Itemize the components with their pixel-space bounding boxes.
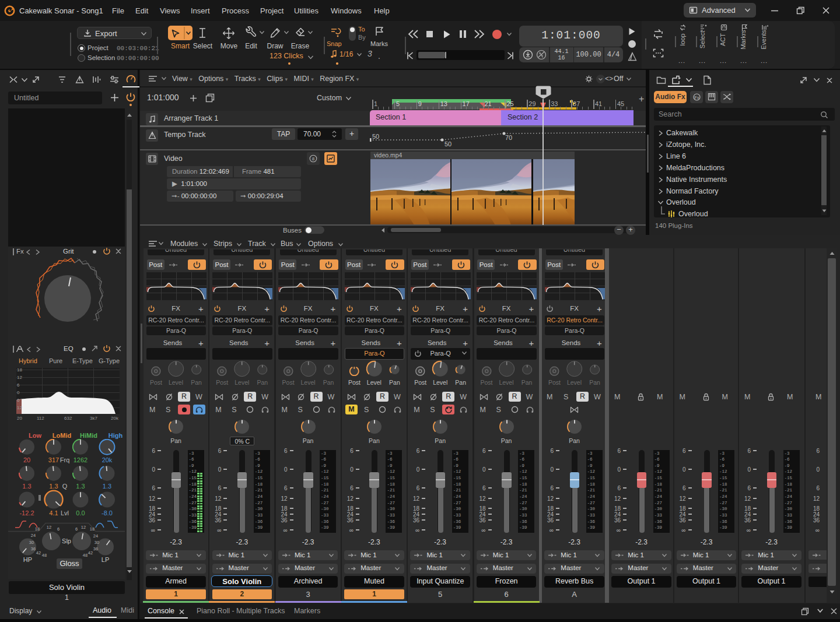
svg-text:18: 18 [35, 526, 40, 532]
svg-text:112: 112 [37, 416, 44, 421]
svg-text:24: 24 [93, 533, 98, 539]
svg-text:6: 6 [57, 526, 60, 532]
svg-text:6: 6 [17, 398, 20, 403]
svg-text:12: 12 [17, 405, 22, 410]
svg-text:48: 48 [42, 553, 47, 558]
svg-text:12: 12 [17, 375, 22, 380]
svg-text:42: 42 [88, 550, 93, 556]
svg-text:36: 36 [93, 546, 98, 551]
svg-text:Slp: Slp [62, 537, 71, 544]
svg-text:632: 632 [64, 416, 72, 421]
svg-text:8: 8 [312, 156, 315, 161]
svg-text:Fx: Fx [695, 96, 699, 100]
svg-text:20: 20 [17, 416, 22, 421]
svg-text:12: 12 [81, 525, 86, 530]
svg-text:24: 24 [31, 533, 36, 538]
svg-text:30: 30 [29, 540, 34, 545]
svg-text:20k: 20k [111, 416, 119, 421]
svg-text:36: 36 [31, 546, 36, 551]
svg-text:42: 42 [36, 550, 41, 556]
svg-text:30: 30 [94, 540, 99, 545]
svg-text:12: 12 [47, 525, 51, 530]
svg-text:6: 6 [75, 526, 78, 532]
svg-text:3k7: 3k7 [90, 416, 97, 421]
svg-text:0: 0 [17, 390, 20, 395]
svg-text:18: 18 [90, 526, 94, 532]
svg-text:48: 48 [83, 553, 88, 558]
svg-text:6: 6 [17, 382, 20, 388]
svg-text:18: 18 [17, 368, 22, 373]
